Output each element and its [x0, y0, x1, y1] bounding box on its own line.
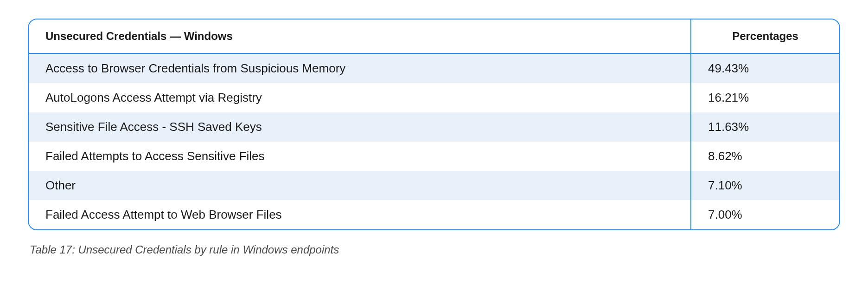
credentials-table-container: Unsecured Credentials — Windows Percenta…	[28, 19, 840, 230]
row-label: Failed Access Attempt to Web Browser Fil…	[29, 200, 691, 229]
row-value: 7.00%	[691, 200, 839, 229]
table-row: AutoLogons Access Attempt via Registry 1…	[29, 83, 839, 112]
row-value: 49.43%	[691, 53, 839, 83]
header-col-label: Unsecured Credentials — Windows	[29, 20, 691, 53]
row-label: Failed Attempts to Access Sensitive File…	[29, 142, 691, 171]
table-row: Access to Browser Credentials from Suspi…	[29, 53, 839, 83]
credentials-table: Unsecured Credentials — Windows Percenta…	[29, 20, 839, 229]
row-label: Other	[29, 171, 691, 200]
table-row: Failed Access Attempt to Web Browser Fil…	[29, 200, 839, 229]
row-value: 8.62%	[691, 142, 839, 171]
row-value: 16.21%	[691, 83, 839, 112]
table-row: Other 7.10%	[29, 171, 839, 200]
row-label: Access to Browser Credentials from Suspi…	[29, 53, 691, 83]
row-label: Sensitive File Access - SSH Saved Keys	[29, 112, 691, 142]
table-row: Sensitive File Access - SSH Saved Keys 1…	[29, 112, 839, 142]
table-header-row: Unsecured Credentials — Windows Percenta…	[29, 20, 839, 53]
table-caption: Table 17: Unsecured Credentials by rule …	[28, 243, 840, 256]
row-label: AutoLogons Access Attempt via Registry	[29, 83, 691, 112]
row-value: 11.63%	[691, 112, 839, 142]
header-col-percent: Percentages	[691, 20, 839, 53]
table-row: Failed Attempts to Access Sensitive File…	[29, 142, 839, 171]
row-value: 7.10%	[691, 171, 839, 200]
table-body: Access to Browser Credentials from Suspi…	[29, 53, 839, 229]
